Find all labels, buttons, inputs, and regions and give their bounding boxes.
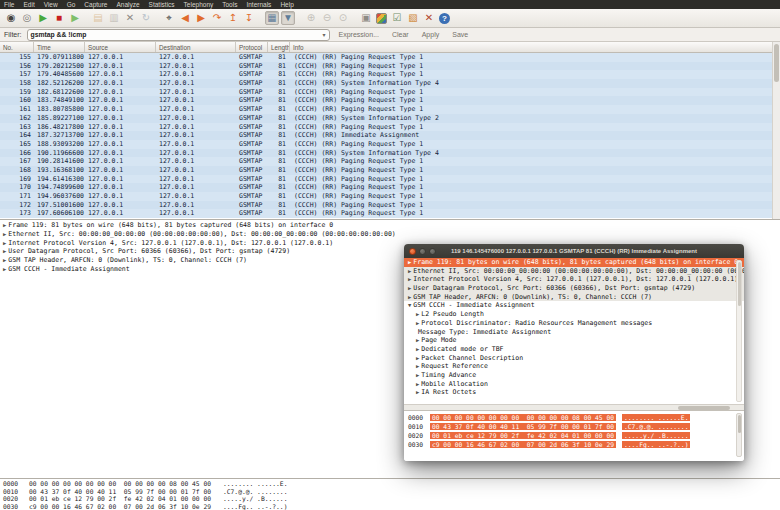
detail-tree-row[interactable]: ▶Mobile Allocation bbox=[404, 380, 744, 389]
capture-start-icon[interactable]: ▶ bbox=[36, 11, 50, 25]
expander-icon[interactable]: ▶ bbox=[3, 231, 6, 237]
save-icon[interactable]: ▥ bbox=[107, 11, 121, 25]
packet-row[interactable]: 160 183.74849100 127.0.0.1 127.0.0.1 GSM… bbox=[0, 96, 780, 105]
popup-title-bar[interactable]: 119 146.145476000 127.0.0.1 127.0.0.1 GS… bbox=[404, 244, 744, 258]
combo-dropdown-icon[interactable]: ▾ bbox=[322, 31, 325, 38]
menu-item[interactable]: Telephony bbox=[184, 0, 214, 9]
hex-row[interactable]: 0030c9 00 00 16 46 67 02 00 07 00 2d 06 … bbox=[404, 440, 744, 449]
menu-item[interactable]: Analyze bbox=[116, 0, 139, 9]
hex-row[interactable]: 000000 00 00 00 00 00 00 00 00 00 00 00 … bbox=[0, 480, 780, 488]
detail-tree-row[interactable]: ▶L2 Pseudo Length bbox=[404, 310, 744, 319]
packet-list-scrollbar[interactable] bbox=[772, 42, 780, 219]
packet-row[interactable]: 159 182.68122600 127.0.0.1 127.0.0.1 GSM… bbox=[0, 88, 780, 97]
filter-button[interactable]: Save bbox=[448, 31, 472, 38]
expander-icon[interactable]: ▶ bbox=[408, 276, 411, 282]
detail-tree-row[interactable]: ▶Page Mode bbox=[404, 336, 744, 345]
popup-tree-scrollbar[interactable] bbox=[736, 260, 742, 402]
expander-icon[interactable]: ▶ bbox=[408, 268, 411, 274]
go-back-icon[interactable]: ◀ bbox=[178, 11, 192, 25]
column-header[interactable]: Time bbox=[34, 42, 85, 52]
expander-icon[interactable]: ▶ bbox=[3, 240, 6, 246]
expander-icon[interactable]: ▶ bbox=[416, 372, 419, 378]
find-icon[interactable]: ⌖ bbox=[162, 11, 176, 25]
packet-row[interactable]: 167 190.28141600 127.0.0.1 127.0.0.1 GSM… bbox=[0, 157, 780, 166]
popup-hex-scrollbar[interactable] bbox=[736, 413, 742, 457]
interfaces-icon[interactable]: ◉ bbox=[4, 11, 18, 25]
reload-icon[interactable]: ↻ bbox=[139, 11, 153, 25]
packet-row[interactable]: 157 179.40485600 127.0.0.1 127.0.0.1 GSM… bbox=[0, 70, 780, 79]
packet-row[interactable]: 171 194.96037600 127.0.0.1 127.0.0.1 GSM… bbox=[0, 192, 780, 201]
detail-tree-row[interactable]: ▶Timing Advance bbox=[404, 371, 744, 380]
expander-icon[interactable]: ▶ bbox=[408, 294, 411, 300]
scrollbar-thumb[interactable] bbox=[738, 415, 742, 433]
expander-icon[interactable]: ▶ bbox=[3, 257, 6, 263]
packet-row[interactable]: 168 193.16368100 127.0.0.1 127.0.0.1 GSM… bbox=[0, 166, 780, 175]
column-header[interactable]: Protocol bbox=[236, 42, 268, 52]
close-capture-icon[interactable]: ✕ bbox=[123, 11, 137, 25]
expander-icon[interactable]: ▶ bbox=[416, 381, 419, 387]
packet-row[interactable]: 165 188.93093200 127.0.0.1 127.0.0.1 GSM… bbox=[0, 140, 780, 149]
zoom-out-icon[interactable]: ⊖ bbox=[320, 11, 334, 25]
display-filter-dialog-icon[interactable]: ☑ bbox=[390, 11, 404, 25]
go-to-packet-icon[interactable]: ↷ bbox=[210, 11, 224, 25]
go-forward-icon[interactable]: ▶ bbox=[194, 11, 208, 25]
open-icon[interactable]: ▤ bbox=[91, 11, 105, 25]
packet-row[interactable]: 156 179.20212500 127.0.0.1 127.0.0.1 GSM… bbox=[0, 62, 780, 71]
detail-tree-row[interactable]: ▶IA Rest Octets bbox=[404, 388, 744, 397]
packet-row[interactable]: 170 194.74899600 127.0.0.1 127.0.0.1 GSM… bbox=[0, 183, 780, 192]
menu-item[interactable]: Capture bbox=[84, 0, 107, 9]
packet-row[interactable]: 155 179.07911800 127.0.0.1 127.0.0.1 GSM… bbox=[0, 53, 780, 62]
packet-row[interactable]: 164 187.32713700 127.0.0.1 127.0.0.1 GSM… bbox=[0, 131, 780, 140]
packet-row[interactable]: 162 185.89227100 127.0.0.1 127.0.0.1 GSM… bbox=[0, 114, 780, 123]
menu-item[interactable]: Help bbox=[280, 0, 293, 9]
display-filter-input[interactable]: gsmtap && !icmp ▾ bbox=[27, 29, 330, 41]
hex-row[interactable]: 000000 00 00 00 00 00 00 00 00 00 00 00 … bbox=[404, 413, 744, 422]
expander-icon[interactable]: ▶ bbox=[416, 389, 419, 395]
detail-tree-row[interactable]: ▶Protocol Discriminator: Radio Resources… bbox=[404, 319, 744, 328]
packet-row[interactable]: 161 183.80785800 127.0.0.1 127.0.0.1 GSM… bbox=[0, 105, 780, 114]
menu-item[interactable]: File bbox=[4, 0, 14, 9]
menu-item[interactable]: Go bbox=[67, 0, 76, 9]
packet-row[interactable]: 166 190.11966600 127.0.0.1 127.0.0.1 GSM… bbox=[0, 149, 780, 158]
expander-icon[interactable]: ▶ bbox=[416, 346, 419, 352]
menu-item[interactable]: Internals bbox=[246, 0, 271, 9]
column-header[interactable]: Destination bbox=[156, 42, 236, 52]
filter-button[interactable]: Apply bbox=[418, 31, 444, 38]
packet-row[interactable]: 163 186.48217800 127.0.0.1 127.0.0.1 GSM… bbox=[0, 123, 780, 132]
go-last-icon[interactable]: ↧ bbox=[242, 11, 256, 25]
coloring-rules-icon[interactable] bbox=[376, 13, 387, 24]
filter-button[interactable]: Clear bbox=[388, 31, 413, 38]
menu-item[interactable]: Tools bbox=[222, 0, 237, 9]
expander-icon[interactable]: ▶ bbox=[3, 248, 6, 254]
expander-icon[interactable]: ▶ bbox=[416, 363, 419, 369]
capture-stop-icon[interactable]: ■ bbox=[52, 11, 66, 25]
menu-item[interactable]: Statistics bbox=[149, 0, 175, 9]
packet-row[interactable]: 169 194.61416300 127.0.0.1 127.0.0.1 GSM… bbox=[0, 175, 780, 184]
detail-tree-row[interactable]: ▶Ethernet II, Src: 00:00:00_00:00:00 (00… bbox=[0, 230, 780, 239]
expander-icon[interactable]: ▶ bbox=[416, 337, 419, 343]
expander-icon[interactable]: ▶ bbox=[416, 320, 419, 326]
column-header[interactable]: Info bbox=[290, 42, 780, 52]
expander-icon[interactable]: ▶ bbox=[3, 222, 6, 228]
expander-icon[interactable]: ▶ bbox=[408, 259, 411, 265]
capture-restart-icon[interactable]: ▶ bbox=[68, 11, 82, 25]
detail-tree-row[interactable]: Message Type: Immediate Assignment bbox=[404, 328, 744, 337]
zoom-100-icon[interactable]: ⊙ bbox=[336, 11, 350, 25]
detail-tree-row[interactable]: ▼GSM CCCH - Immediate Assignment bbox=[404, 301, 744, 310]
detail-tree-row[interactable]: ▶Packet Channel Description bbox=[404, 354, 744, 363]
close-window-icon[interactable] bbox=[409, 248, 416, 255]
detail-tree-row[interactable]: ▶GSM TAP Header, ARFCN: 0 (Downlink), TS… bbox=[404, 293, 744, 302]
capture-filter-dialog-icon[interactable]: ▧ bbox=[406, 11, 420, 25]
filter-button[interactable]: Expression... bbox=[335, 31, 383, 38]
detail-tree-row[interactable]: ▶Frame 119: 81 bytes on wire (648 bits),… bbox=[0, 221, 780, 230]
detail-tree-row[interactable]: ▶Dedicated mode or TBF bbox=[404, 345, 744, 354]
column-header[interactable]: Source bbox=[85, 42, 156, 52]
menu-item[interactable]: View bbox=[44, 0, 58, 9]
expander-icon[interactable]: ▼ bbox=[408, 302, 411, 308]
hex-row[interactable]: 001000 43 37 0f 40 00 40 11 05 99 7f 00 … bbox=[0, 488, 780, 496]
capture-options-icon[interactable]: ◎ bbox=[20, 11, 34, 25]
column-header[interactable]: Length bbox=[268, 42, 290, 52]
scrollbar-thumb[interactable] bbox=[738, 262, 742, 306]
help-icon[interactable]: ? bbox=[439, 13, 450, 24]
packet-row[interactable]: 173 197.60606100 127.0.0.1 127.0.0.1 GSM… bbox=[0, 209, 780, 218]
